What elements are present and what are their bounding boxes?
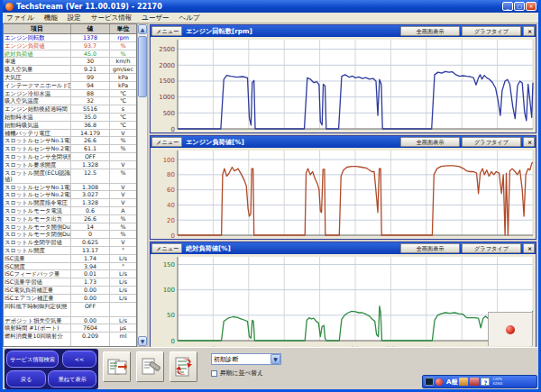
param-value: 1.328 [71,161,110,169]
data-list-record-button[interactable] [136,351,164,382]
minimize-button[interactable]: _ [502,2,513,11]
table-row[interactable]: 始動時水温35.0℃ [4,114,136,122]
menu-help[interactable]: ヘルプ [179,14,200,23]
table-row[interactable]: ISC電気負荷補正量0.00L/s [4,287,136,295]
graph-type-button[interactable]: グラフタイプ [462,26,521,36]
overlay-display-button[interactable]: 重ねて表示 [48,370,96,387]
chart-menu-button[interactable]: メニュー [151,243,182,253]
menu-service-info[interactable]: サービス情報 [91,14,133,23]
table-row[interactable]: 車速30km/h [4,58,136,66]
scrollbar-thumb[interactable] [138,36,147,97]
ime-tools-icon[interactable] [459,378,468,386]
svg-text:1000: 1000 [159,94,175,101]
scrollbar-track[interactable] [138,97,147,336]
table-row[interactable]: エンジン始動後経過時間5516s [4,105,136,114]
service-info-search-button[interactable]: サービス情報検索 [6,351,59,368]
menu-file[interactable]: ファイル [6,14,34,23]
param-label: スロットルモータ出力 [4,215,71,223]
menu-function[interactable]: 機能 [44,14,58,23]
param-unit: V [110,199,136,206]
table-row[interactable]: スロットル要求開度1.328V [4,161,136,169]
fullscreen-button[interactable]: 全画面表示 [400,26,460,36]
menu-settings[interactable]: 設定 [68,14,81,23]
data-list-transfer-button[interactable] [170,351,197,382]
ime-red-ball-icon[interactable] [436,378,443,386]
chart-panel-absolute-load: メニュー 絶対負荷値[%] 全画面表示 グラフタイプ × 050100150[s… [150,242,536,347]
table-row[interactable]: 燃料消費量10回噴射分0.209ml [4,333,136,347]
keyboard-icon[interactable] [425,378,434,386]
table-row[interactable]: 絶対負荷値45.0% [4,50,136,59]
table-row[interactable]: エンジン負荷値93.7% [4,42,136,50]
sort-ascending-checkbox[interactable] [211,370,217,377]
back-page-button[interactable]: << [62,351,96,368]
table-row[interactable]: スロットルモータ電流0.6A [4,207,136,215]
fullscreen-button[interactable]: 全画面表示 [400,137,460,147]
table-row[interactable]: 大気圧99kPa [4,74,136,82]
return-button[interactable]: 戻る [6,370,46,387]
chevron-down-icon[interactable]: ▼ [270,354,280,364]
fullscreen-button[interactable]: 全画面表示 [400,243,460,253]
table-row[interactable]: デポジット損失空気量0.00L/s [4,317,136,325]
chart-menu-button[interactable]: メニュー [151,26,182,36]
graph-type-button[interactable]: グラフタイプ [462,243,521,253]
data-list-compare-button[interactable] [103,351,131,382]
param-value: OFF [71,153,110,160]
table-row[interactable]: スロットル開度13.17° [4,247,136,255]
close-button[interactable]: × [526,2,536,11]
param-unit: % [110,215,136,223]
table-row[interactable]: ISCフィードバック量0.01L/s [4,270,136,278]
table-row[interactable]: スロットルセンサ全閉状態OFF [4,153,136,161]
chart-close-button[interactable]: × [523,137,535,147]
table-row[interactable]: スロットルモータ開側Duty比14% [4,223,136,232]
table-row[interactable]: 補機バッテリ電圧14.179V [4,130,136,138]
scroll-down-arrow-icon[interactable]: ▼ [138,336,147,346]
param-label: 絶対負荷値 [4,50,71,58]
chart-plot: 05001000150020002500 [151,37,536,132]
ime-pad-icon[interactable] [470,378,479,386]
table-row[interactable]: 回転低下時制御判定状態OFF [4,303,136,317]
diagnosis-preset-dropdown[interactable]: 初期診断 ▼ [211,353,281,365]
param-label: インテークマニホールド圧 [4,82,71,89]
table-row[interactable]: エンジン回転数1378rpm [4,34,136,42]
table-row[interactable]: スロットルセンサNo.1電圧比26.6% [4,137,136,145]
param-label: エンジン冷却水温 [4,90,71,97]
table-row[interactable]: スロットルモータ出力26.6% [4,215,136,223]
table-row[interactable]: スロットル開度指令電圧1.328V [4,199,136,207]
red-ball-icon [506,325,515,334]
table-row[interactable]: スロットルセンサNo.2電圧3.027V [4,191,136,199]
table-row[interactable]: 吸入空気温度32℃ [4,97,136,105]
param-label: スロットル要求開度 [4,161,71,169]
param-label: 車速 [4,58,71,65]
table-row[interactable]: エンジン冷却水温88℃ [4,90,136,98]
param-label: 燃料消費量10回噴射分 [4,333,71,346]
param-unit: kPa [110,82,136,89]
graph-type-button[interactable]: グラフタイプ [462,137,521,147]
chart-close-button[interactable]: × [523,26,535,36]
chart-close-button[interactable]: × [523,243,535,253]
chart-svg-engine-rpm: 05001000150020002500 [151,37,536,132]
ime-input-mode[interactable]: A般 [446,378,457,387]
table-row[interactable]: ISC開度3.94° [4,263,136,271]
table-row[interactable]: スロットルセンサNo.1電圧1.308V [4,184,136,192]
table-scrollbar[interactable]: ▲ ▼ [137,23,148,347]
table-row[interactable]: ISC流量学習値1.73L/s [4,278,136,287]
table-row[interactable]: インテークマニホールド圧94kPa [4,82,136,90]
table-row[interactable]: スロットル開度(ECU認識値)12.5% [4,169,136,184]
param-unit: ℃ [110,122,136,129]
menu-user[interactable]: ユーザー [142,14,169,23]
table-row[interactable]: スロットル全閉学習値0.625V [4,239,136,247]
param-value: 1.308 [71,184,110,191]
table-row[interactable]: 始動時吸気温36.8℃ [4,122,136,130]
table-row[interactable]: スロットルセンサNo.2電圧比61.1% [4,145,136,153]
table-row[interactable]: 吸入空気量9.21gm/sec [4,66,136,74]
ime-help-icon[interactable]: ? [481,378,490,386]
table-row[interactable]: ISCエアコン補正量0.00L/s [4,295,136,303]
chart-menu-button[interactable]: メニュー [151,137,182,147]
table-row[interactable]: ISC流量1.74L/s [4,255,136,263]
table-header-row: 項目 値 単位 [4,24,136,34]
table-row[interactable]: 噴射時間 #1(ポート)7604μs [4,324,136,333]
maximize-button[interactable]: □ [514,2,525,11]
table-row[interactable]: スロットルモータ閉側Duty比0% [4,231,136,239]
param-value: 3.027 [71,191,110,198]
scroll-up-arrow-icon[interactable]: ▲ [138,24,147,34]
